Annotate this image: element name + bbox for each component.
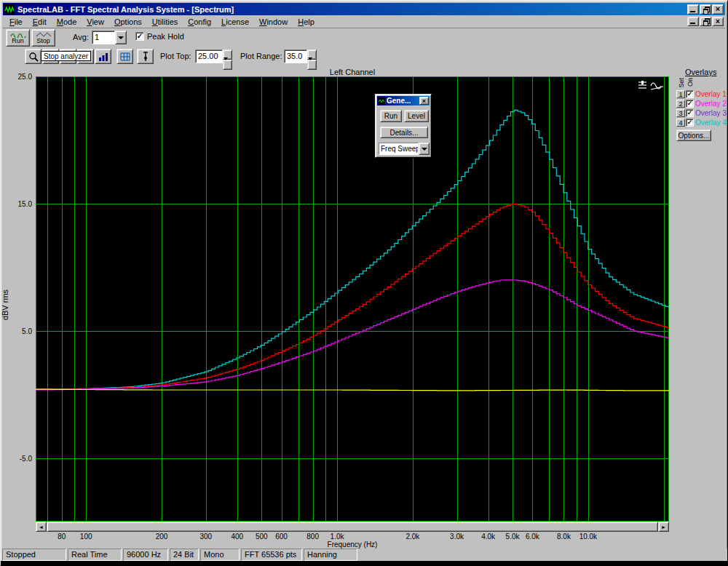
menu-mode[interactable]: Mode xyxy=(52,16,82,28)
x-tick-label: 600 xyxy=(275,533,288,541)
chevron-down-icon xyxy=(422,148,427,151)
check-icon: ✓ xyxy=(687,100,693,107)
plot-hscrollbar[interactable]: ◄ ► xyxy=(36,522,669,532)
overlays-options-button[interactable]: Options... xyxy=(676,129,711,141)
minimize-button[interactable] xyxy=(687,4,699,15)
generator-details-button[interactable]: Details... xyxy=(380,127,428,138)
y-tick-label: 5.0 xyxy=(22,327,32,335)
status-bar: Stopped Real Time 96000 Hz 24 Bit Mono F… xyxy=(2,549,727,561)
sweep-indicator-icon xyxy=(650,79,665,92)
menu-file[interactable]: File xyxy=(4,16,28,28)
run-button-label: Run xyxy=(12,38,24,45)
overlay-1-label: Overlay 1 xyxy=(695,90,727,98)
overlay-1-set-button[interactable]: 1 xyxy=(676,90,685,98)
grid-toggle-button[interactable] xyxy=(116,49,133,64)
avg-combobox[interactable]: 1 xyxy=(92,31,127,44)
menu-utilities[interactable]: Utilities xyxy=(147,16,183,28)
overlay-2-set-button[interactable]: 2 xyxy=(676,100,685,108)
mdi-close-icon: × xyxy=(716,18,720,25)
overlay-3-checkbox[interactable]: ✓ xyxy=(686,109,694,117)
main-toolbar: Run Stop Avg: 1 ✓ Peak Hold xyxy=(3,28,725,47)
close-button[interactable]: × xyxy=(712,4,724,15)
overlay-1-checkbox[interactable]: ✓ xyxy=(686,90,694,98)
overlay-row-4: 4 ✓ Overlay 4 xyxy=(676,118,727,127)
scroll-right-icon: ► xyxy=(661,525,666,530)
mdi-restore-button[interactable] xyxy=(700,17,711,26)
peak-hold-checkbox[interactable]: ✓ xyxy=(135,32,144,41)
restore-button[interactable] xyxy=(700,4,711,15)
spectrum-plot[interactable] xyxy=(36,76,669,522)
plot-range-value[interactable]: 35.0 xyxy=(284,49,307,63)
generator-close-button[interactable]: × xyxy=(419,97,429,105)
avg-label: Avg: xyxy=(73,33,89,41)
marker-icon xyxy=(142,52,149,62)
x-tick-label: 300 xyxy=(199,533,212,541)
scroll-right-button[interactable]: ► xyxy=(658,522,669,532)
status-channels: Mono xyxy=(200,549,240,561)
x-tick-label: 500 xyxy=(256,533,268,541)
status-run-state: Stopped xyxy=(2,549,66,561)
bars-icon xyxy=(98,52,108,61)
menu-config[interactable]: Config xyxy=(183,16,216,28)
menu-options[interactable]: Options xyxy=(109,16,147,28)
x-tick-label: 5.0k xyxy=(506,533,520,541)
plot-top-spinner[interactable]: 25.00 xyxy=(195,49,232,63)
zoom-button[interactable] xyxy=(25,49,41,64)
close-icon: × xyxy=(422,97,426,105)
spectrum-plot-canvas xyxy=(36,76,669,522)
generator-app-icon xyxy=(378,97,385,105)
status-fft-size: FFT 65536 pts xyxy=(241,549,302,561)
y-axis-ticks: 25.015.05.0-5.0 xyxy=(1,76,34,522)
mdi-restore-icon xyxy=(703,18,708,24)
marker-button[interactable] xyxy=(137,49,154,64)
scroll-thumb[interactable] xyxy=(47,522,658,532)
overlay-4-checkbox[interactable]: ✓ xyxy=(686,119,694,127)
x-tick-label: 8.0k xyxy=(557,533,571,541)
y-tick-label: 25.0 xyxy=(18,73,32,81)
generator-level-button[interactable]: Level xyxy=(404,110,429,122)
bar-display-button[interactable] xyxy=(95,49,111,64)
scroll-left-button[interactable]: ◄ xyxy=(36,522,47,532)
chevron-down-icon xyxy=(118,36,124,39)
menu-window[interactable]: Window xyxy=(254,16,293,28)
status-sample-rate: 96000 Hz xyxy=(123,549,168,561)
generator-signal-dropdown-button[interactable] xyxy=(419,143,430,155)
x-tick-label: 200 xyxy=(156,533,168,541)
overlays-col-set: Set xyxy=(678,78,685,88)
plot-top-value[interactable]: 25.00 xyxy=(195,49,223,63)
avg-dropdown-button[interactable] xyxy=(115,31,127,44)
generator-indicator-icon xyxy=(637,79,649,92)
peak-hold-control[interactable]: ✓ Peak Hold xyxy=(135,32,184,41)
mdi-minimize-button[interactable] xyxy=(687,17,699,26)
avg-value: 1 xyxy=(92,31,115,44)
x-tick-label: 1.0k xyxy=(331,533,344,541)
overlay-2-checkbox[interactable]: ✓ xyxy=(686,100,694,108)
generator-run-button[interactable]: Run xyxy=(380,110,402,122)
status-bit-depth: 24 Bit xyxy=(170,549,199,561)
menu-edit[interactable]: Edit xyxy=(28,16,52,28)
peak-hold-label: Peak Hold xyxy=(147,32,184,41)
overlay-4-set-button[interactable]: 4 xyxy=(676,119,685,127)
overlay-4-label: Overlay 4 xyxy=(695,119,727,127)
generator-signal-combobox[interactable]: Freq Sweep xyxy=(379,143,430,155)
overlay-3-label: Overlay 3 xyxy=(695,109,727,117)
window-title: SpectraLAB - FFT Spectral Analysis Syste… xyxy=(17,5,687,14)
magnifier-icon xyxy=(28,52,39,62)
run-button[interactable]: Run xyxy=(6,29,30,47)
plot-range-spinner[interactable]: 35.0 xyxy=(284,49,317,63)
menu-help[interactable]: Help xyxy=(293,16,320,28)
x-tick-label: 100 xyxy=(80,533,92,541)
overlay-3-set-button[interactable]: 3 xyxy=(676,109,685,117)
generator-title-bar: Gene... × xyxy=(377,96,430,105)
stop-button[interactable]: Stop xyxy=(31,29,55,47)
menu-license[interactable]: License xyxy=(216,16,254,28)
check-icon: ✓ xyxy=(687,119,693,126)
overlays-col-on: On xyxy=(687,78,694,87)
x-tick-label: 4.0k xyxy=(481,533,495,541)
menu-view[interactable]: View xyxy=(82,16,109,28)
y-tick-label: 15.0 xyxy=(18,199,32,207)
app-icon xyxy=(4,4,15,15)
overlays-header[interactable]: Overlays xyxy=(685,68,727,76)
mdi-close-button[interactable]: × xyxy=(712,17,724,26)
restore-icon xyxy=(703,7,708,12)
